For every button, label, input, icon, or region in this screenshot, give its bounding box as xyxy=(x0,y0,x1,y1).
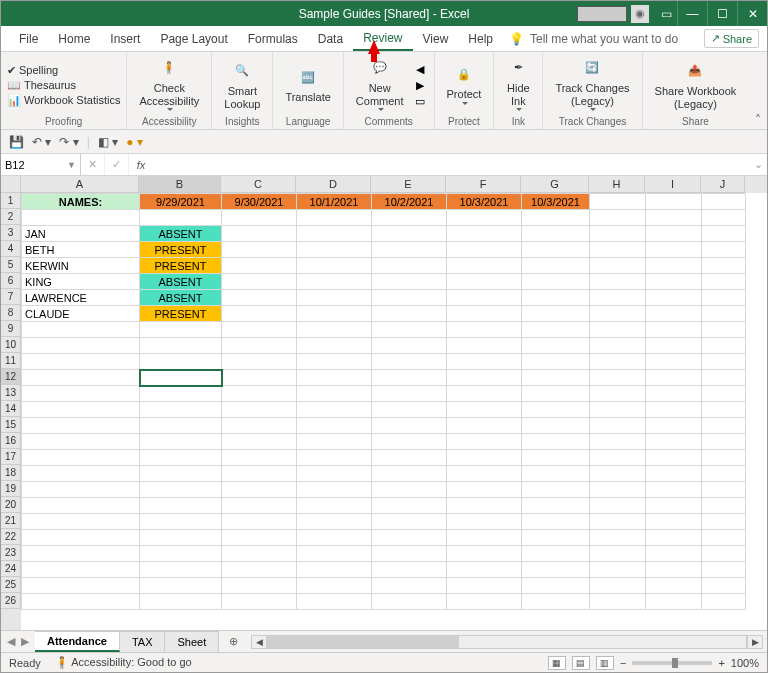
cell[interactable] xyxy=(590,306,646,322)
cell[interactable] xyxy=(372,306,447,322)
cell[interactable] xyxy=(522,322,590,338)
cell[interactable] xyxy=(222,578,297,594)
row-header[interactable]: 7 xyxy=(1,289,21,305)
cell[interactable] xyxy=(297,210,372,226)
row-header[interactable]: 11 xyxy=(1,353,21,369)
cell[interactable] xyxy=(646,242,702,258)
formula-input[interactable] xyxy=(153,154,749,175)
share-workbook-button[interactable]: 📤Share Workbook (Legacy) xyxy=(649,57,743,113)
row-header[interactable]: 20 xyxy=(1,497,21,513)
cell[interactable] xyxy=(22,514,140,530)
row-header[interactable]: 4 xyxy=(1,241,21,257)
column-header[interactable]: I xyxy=(645,176,701,193)
cell[interactable] xyxy=(22,562,140,578)
cell[interactable] xyxy=(522,514,590,530)
column-header[interactable]: B xyxy=(139,176,221,193)
cell[interactable] xyxy=(222,418,297,434)
cell[interactable]: NAMES: xyxy=(22,194,140,210)
cell[interactable] xyxy=(372,514,447,530)
hscroll-right-icon[interactable]: ▶ xyxy=(747,635,763,649)
minimize-button[interactable]: — xyxy=(677,1,707,26)
cell[interactable] xyxy=(372,338,447,354)
cell[interactable] xyxy=(646,594,702,610)
cell[interactable] xyxy=(590,450,646,466)
cell[interactable] xyxy=(590,210,646,226)
cell[interactable] xyxy=(590,482,646,498)
cell[interactable] xyxy=(140,338,222,354)
enter-formula-icon[interactable]: ✓ xyxy=(105,154,129,175)
cell[interactable] xyxy=(22,466,140,482)
page-layout-view-icon[interactable]: ▤ xyxy=(572,656,590,670)
cell[interactable] xyxy=(702,402,746,418)
cell[interactable] xyxy=(590,242,646,258)
cell[interactable] xyxy=(702,578,746,594)
cell[interactable] xyxy=(222,274,297,290)
row-header[interactable]: 15 xyxy=(1,417,21,433)
qat-redo-icon[interactable]: ↷ ▾ xyxy=(59,135,78,149)
cell[interactable] xyxy=(646,226,702,242)
cell[interactable] xyxy=(372,530,447,546)
cell[interactable] xyxy=(222,354,297,370)
cell[interactable] xyxy=(297,546,372,562)
cell[interactable] xyxy=(522,210,590,226)
cell[interactable] xyxy=(447,258,522,274)
cell[interactable] xyxy=(297,290,372,306)
cell[interactable] xyxy=(372,466,447,482)
cell[interactable] xyxy=(702,386,746,402)
cell[interactable] xyxy=(522,594,590,610)
row-header[interactable]: 5 xyxy=(1,257,21,273)
cell[interactable] xyxy=(590,546,646,562)
cell[interactable] xyxy=(372,578,447,594)
cell[interactable] xyxy=(372,418,447,434)
cell[interactable] xyxy=(522,242,590,258)
cell[interactable]: 10/3/2021 xyxy=(447,194,522,210)
thesaurus-button[interactable]: 📖Thesaurus xyxy=(7,79,120,92)
cell[interactable] xyxy=(297,354,372,370)
cell[interactable] xyxy=(22,530,140,546)
workbook-stats-button[interactable]: 📊Workbook Statistics xyxy=(7,94,120,107)
cell[interactable] xyxy=(702,546,746,562)
cell[interactable] xyxy=(646,546,702,562)
cell[interactable] xyxy=(447,322,522,338)
cell[interactable] xyxy=(590,402,646,418)
cell[interactable] xyxy=(22,386,140,402)
cell[interactable] xyxy=(222,258,297,274)
cell[interactable] xyxy=(646,562,702,578)
column-header[interactable]: F xyxy=(446,176,521,193)
cell[interactable] xyxy=(447,370,522,386)
user-avatar-icon[interactable]: ◉ xyxy=(631,5,649,23)
cell[interactable] xyxy=(140,402,222,418)
cell[interactable] xyxy=(702,226,746,242)
smart-lookup-button[interactable]: 🔍Smart Lookup xyxy=(218,57,266,113)
new-comment-button[interactable]: 💬New Comment xyxy=(350,54,410,116)
sheet-nav-prev-icon[interactable]: ◀ xyxy=(7,635,15,648)
cell[interactable] xyxy=(646,514,702,530)
cell[interactable] xyxy=(22,210,140,226)
cell[interactable] xyxy=(297,530,372,546)
qat-customize-icon[interactable]: ● ▾ xyxy=(126,135,143,149)
cell[interactable] xyxy=(702,498,746,514)
tab-data[interactable]: Data xyxy=(308,26,353,51)
cell[interactable] xyxy=(522,466,590,482)
cell[interactable] xyxy=(222,546,297,562)
cell[interactable] xyxy=(590,194,646,210)
cell[interactable] xyxy=(140,498,222,514)
cell[interactable] xyxy=(646,450,702,466)
cell[interactable] xyxy=(702,482,746,498)
zoom-slider[interactable] xyxy=(632,661,712,665)
cell[interactable]: 10/3/2021 xyxy=(522,194,590,210)
cell[interactable] xyxy=(297,338,372,354)
cell[interactable] xyxy=(372,386,447,402)
cell[interactable] xyxy=(222,402,297,418)
cell[interactable] xyxy=(140,466,222,482)
cell[interactable] xyxy=(372,210,447,226)
cell[interactable] xyxy=(590,226,646,242)
cell[interactable] xyxy=(447,226,522,242)
tab-help[interactable]: Help xyxy=(458,26,503,51)
row-header[interactable]: 13 xyxy=(1,385,21,401)
cell[interactable] xyxy=(297,482,372,498)
cell[interactable] xyxy=(22,546,140,562)
cell[interactable] xyxy=(22,370,140,386)
cell[interactable] xyxy=(522,386,590,402)
hscroll-left-icon[interactable]: ◀ xyxy=(251,635,267,649)
